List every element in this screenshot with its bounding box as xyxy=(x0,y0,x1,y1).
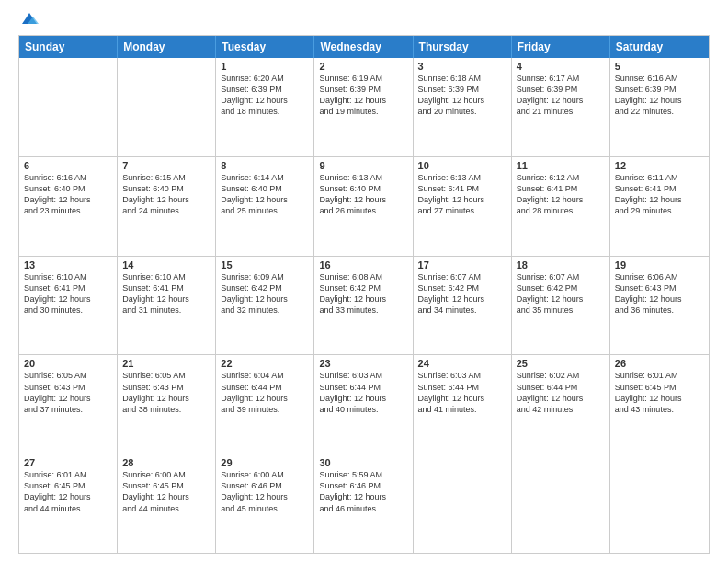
cell-daylight-info: Sunrise: 6:01 AM Sunset: 6:45 PM Dayligh… xyxy=(24,469,112,514)
day-number: 23 xyxy=(319,358,407,369)
cell-daylight-info: Sunrise: 6:13 AM Sunset: 6:41 PM Dayligh… xyxy=(418,172,506,217)
calendar-cell-15: 15Sunrise: 6:09 AM Sunset: 6:42 PM Dayli… xyxy=(216,257,314,355)
cell-daylight-info: Sunrise: 6:16 AM Sunset: 6:39 PM Dayligh… xyxy=(615,73,704,118)
day-header-tuesday: Tuesday xyxy=(216,36,314,58)
calendar-row-2: 6Sunrise: 6:16 AM Sunset: 6:40 PM Daylig… xyxy=(19,156,709,256)
day-header-friday: Friday xyxy=(512,36,610,58)
cell-daylight-info: Sunrise: 6:16 AM Sunset: 6:40 PM Dayligh… xyxy=(24,172,112,217)
calendar-cell-7: 7Sunrise: 6:15 AM Sunset: 6:40 PM Daylig… xyxy=(118,157,216,256)
calendar-cell-empty xyxy=(512,454,610,553)
calendar-cell-21: 21Sunrise: 6:05 AM Sunset: 6:43 PM Dayli… xyxy=(118,355,216,454)
day-header-monday: Monday xyxy=(118,36,216,58)
calendar-cell-17: 17Sunrise: 6:07 AM Sunset: 6:42 PM Dayli… xyxy=(414,257,512,355)
calendar-cell-27: 27Sunrise: 6:01 AM Sunset: 6:45 PM Dayli… xyxy=(19,454,118,553)
cell-daylight-info: Sunrise: 6:01 AM Sunset: 6:45 PM Dayligh… xyxy=(615,370,704,415)
day-number: 19 xyxy=(615,259,704,270)
cell-daylight-info: Sunrise: 6:00 AM Sunset: 6:46 PM Dayligh… xyxy=(221,469,309,514)
calendar-body: 1Sunrise: 6:20 AM Sunset: 6:39 PM Daylig… xyxy=(19,58,709,553)
calendar-cell-1: 1Sunrise: 6:20 AM Sunset: 6:39 PM Daylig… xyxy=(216,58,314,156)
day-number: 12 xyxy=(615,160,704,171)
cell-daylight-info: Sunrise: 6:13 AM Sunset: 6:40 PM Dayligh… xyxy=(319,172,407,217)
day-number: 10 xyxy=(418,160,506,171)
cell-daylight-info: Sunrise: 6:07 AM Sunset: 6:42 PM Dayligh… xyxy=(418,271,506,316)
cell-daylight-info: Sunrise: 6:03 AM Sunset: 6:44 PM Dayligh… xyxy=(418,370,506,415)
logo-text xyxy=(18,17,39,28)
cell-daylight-info: Sunrise: 6:17 AM Sunset: 6:39 PM Dayligh… xyxy=(517,73,605,118)
calendar-cell-28: 28Sunrise: 6:00 AM Sunset: 6:45 PM Dayli… xyxy=(118,454,216,553)
day-header-saturday: Saturday xyxy=(610,36,709,58)
day-header-wednesday: Wednesday xyxy=(314,36,413,58)
day-number: 26 xyxy=(615,358,704,369)
day-number: 15 xyxy=(221,259,309,270)
cell-daylight-info: Sunrise: 6:12 AM Sunset: 6:41 PM Dayligh… xyxy=(517,172,605,217)
calendar-cell-11: 11Sunrise: 6:12 AM Sunset: 6:41 PM Dayli… xyxy=(512,157,610,256)
day-number: 5 xyxy=(615,61,704,72)
day-number: 14 xyxy=(122,259,210,270)
page: SundayMondayTuesdayWednesdayThursdayFrid… xyxy=(0,0,728,563)
cell-daylight-info: Sunrise: 6:08 AM Sunset: 6:42 PM Dayligh… xyxy=(319,271,407,316)
day-number: 20 xyxy=(24,358,112,369)
calendar-row-1: 1Sunrise: 6:20 AM Sunset: 6:39 PM Daylig… xyxy=(19,58,709,156)
calendar-cell-12: 12Sunrise: 6:11 AM Sunset: 6:41 PM Dayli… xyxy=(610,157,709,256)
calendar-cell-23: 23Sunrise: 6:03 AM Sunset: 6:44 PM Dayli… xyxy=(314,355,413,454)
calendar-header: SundayMondayTuesdayWednesdayThursdayFrid… xyxy=(19,36,709,58)
day-number: 7 xyxy=(122,160,210,171)
day-number: 1 xyxy=(221,61,309,72)
calendar-cell-empty xyxy=(414,454,512,553)
cell-daylight-info: Sunrise: 6:03 AM Sunset: 6:44 PM Dayligh… xyxy=(319,370,407,415)
cell-daylight-info: Sunrise: 5:59 AM Sunset: 6:46 PM Dayligh… xyxy=(319,469,407,514)
calendar-cell-13: 13Sunrise: 6:10 AM Sunset: 6:41 PM Dayli… xyxy=(19,257,118,355)
calendar-row-3: 13Sunrise: 6:10 AM Sunset: 6:41 PM Dayli… xyxy=(19,256,709,355)
cell-daylight-info: Sunrise: 6:19 AM Sunset: 6:39 PM Dayligh… xyxy=(319,73,407,118)
day-header-thursday: Thursday xyxy=(414,36,512,58)
day-number: 9 xyxy=(319,160,407,171)
cell-daylight-info: Sunrise: 6:05 AM Sunset: 6:43 PM Dayligh… xyxy=(24,370,112,415)
day-number: 3 xyxy=(418,61,506,72)
calendar-cell-5: 5Sunrise: 6:16 AM Sunset: 6:39 PM Daylig… xyxy=(610,58,709,156)
cell-daylight-info: Sunrise: 6:02 AM Sunset: 6:44 PM Dayligh… xyxy=(517,370,605,415)
calendar-cell-10: 10Sunrise: 6:13 AM Sunset: 6:41 PM Dayli… xyxy=(414,157,512,256)
day-number: 22 xyxy=(221,358,309,369)
calendar-cell-19: 19Sunrise: 6:06 AM Sunset: 6:43 PM Dayli… xyxy=(610,257,709,355)
calendar-cell-18: 18Sunrise: 6:07 AM Sunset: 6:42 PM Dayli… xyxy=(512,257,610,355)
cell-daylight-info: Sunrise: 6:11 AM Sunset: 6:41 PM Dayligh… xyxy=(615,172,704,217)
cell-daylight-info: Sunrise: 6:07 AM Sunset: 6:42 PM Dayligh… xyxy=(517,271,605,316)
day-number: 18 xyxy=(517,259,605,270)
calendar-cell-empty xyxy=(118,58,216,156)
cell-daylight-info: Sunrise: 6:20 AM Sunset: 6:39 PM Dayligh… xyxy=(221,73,309,118)
cell-daylight-info: Sunrise: 6:06 AM Sunset: 6:43 PM Dayligh… xyxy=(615,271,704,316)
day-number: 16 xyxy=(319,259,407,270)
calendar-cell-empty xyxy=(610,454,709,553)
calendar-cell-22: 22Sunrise: 6:04 AM Sunset: 6:44 PM Dayli… xyxy=(216,355,314,454)
day-number: 24 xyxy=(418,358,506,369)
day-number: 2 xyxy=(319,61,407,72)
calendar-cell-29: 29Sunrise: 6:00 AM Sunset: 6:46 PM Dayli… xyxy=(216,454,314,553)
cell-daylight-info: Sunrise: 6:14 AM Sunset: 6:40 PM Dayligh… xyxy=(221,172,309,217)
day-header-sunday: Sunday xyxy=(19,36,118,58)
calendar-cell-empty xyxy=(19,58,118,156)
day-number: 13 xyxy=(24,259,112,270)
day-number: 27 xyxy=(24,457,112,468)
day-number: 29 xyxy=(221,457,309,468)
cell-daylight-info: Sunrise: 6:15 AM Sunset: 6:40 PM Dayligh… xyxy=(122,172,210,217)
calendar-cell-9: 9Sunrise: 6:13 AM Sunset: 6:40 PM Daylig… xyxy=(314,157,413,256)
calendar-cell-8: 8Sunrise: 6:14 AM Sunset: 6:40 PM Daylig… xyxy=(216,157,314,256)
calendar-cell-16: 16Sunrise: 6:08 AM Sunset: 6:42 PM Dayli… xyxy=(314,257,413,355)
day-number: 28 xyxy=(122,457,210,468)
logo-icon xyxy=(20,9,39,28)
day-number: 25 xyxy=(517,358,605,369)
cell-daylight-info: Sunrise: 6:18 AM Sunset: 6:39 PM Dayligh… xyxy=(418,73,506,118)
cell-daylight-info: Sunrise: 6:10 AM Sunset: 6:41 PM Dayligh… xyxy=(122,271,210,316)
calendar-cell-20: 20Sunrise: 6:05 AM Sunset: 6:43 PM Dayli… xyxy=(19,355,118,454)
calendar-cell-4: 4Sunrise: 6:17 AM Sunset: 6:39 PM Daylig… xyxy=(512,58,610,156)
day-number: 11 xyxy=(517,160,605,171)
calendar-row-5: 27Sunrise: 6:01 AM Sunset: 6:45 PM Dayli… xyxy=(19,454,709,553)
calendar-row-4: 20Sunrise: 6:05 AM Sunset: 6:43 PM Dayli… xyxy=(19,354,709,454)
day-number: 8 xyxy=(221,160,309,171)
calendar-cell-14: 14Sunrise: 6:10 AM Sunset: 6:41 PM Dayli… xyxy=(118,257,216,355)
day-number: 4 xyxy=(517,61,605,72)
calendar-cell-3: 3Sunrise: 6:18 AM Sunset: 6:39 PM Daylig… xyxy=(414,58,512,156)
day-number: 17 xyxy=(418,259,506,270)
cell-daylight-info: Sunrise: 6:04 AM Sunset: 6:44 PM Dayligh… xyxy=(221,370,309,415)
calendar: SundayMondayTuesdayWednesdayThursdayFrid… xyxy=(18,35,710,554)
